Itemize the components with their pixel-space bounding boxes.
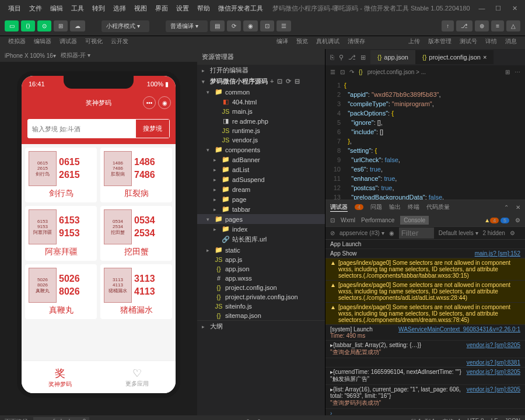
menu-edit[interactable]: 编辑	[47, 2, 66, 15]
cursor-position[interactable]: 行 1, 列 1	[411, 418, 435, 420]
details-btn[interactable]: ≡	[491, 20, 504, 32]
subtab-performance[interactable]: Performance	[361, 217, 394, 223]
menu-tools[interactable]: 工具	[68, 2, 88, 15]
subtab-console[interactable]: Console	[400, 216, 429, 225]
folder-item[interactable]: ▸📁adList	[197, 164, 325, 174]
file-item[interactable]: {}project.private.config.json	[197, 292, 325, 302]
phone-content[interactable]: 06152615剑行鸟06152615剑行鸟14867486肛裂病1486748…	[22, 144, 176, 366]
file-item[interactable]: 🔗站长图库.url	[197, 234, 325, 245]
new-file-icon[interactable]: +	[270, 78, 274, 85]
remote-debug-btn[interactable]: ⊡	[260, 20, 274, 32]
search-button[interactable]: 搜梦境	[135, 119, 170, 138]
page-path[interactable]: pages/index/page0	[33, 417, 90, 420]
new-folder-icon[interactable]: ⊡	[277, 78, 282, 85]
eol-info[interactable]: LF	[491, 418, 498, 420]
tabbar-item-more[interactable]: ♡ 更多应用	[99, 361, 176, 393]
test-account-btn[interactable]: ⊕	[475, 20, 489, 32]
panel-up-icon[interactable]: ⌃	[504, 204, 509, 211]
folder-item[interactable]: ▸📁adSuspend	[197, 174, 325, 184]
compile-btn[interactable]: ⟳	[227, 20, 241, 32]
folder-item[interactable]: ▸📁adBanner	[197, 155, 325, 164]
tab-quality[interactable]: 代码质量	[426, 203, 450, 211]
minimize-icon[interactable]: —	[476, 5, 488, 12]
console-warning[interactable]: ▲[pages/index/page0] Some selectors are …	[326, 258, 525, 281]
dream-card[interactable]: 61539153阿塞拜疆61539153阿塞拜疆	[25, 206, 97, 261]
console-log[interactable]: ▸{list: Array(16), current_page: "1", la…	[326, 385, 525, 409]
encoding-info[interactable]: UTF-8	[467, 418, 484, 420]
compile-select[interactable]: 普通编译 ▾	[166, 20, 208, 32]
menu-settings[interactable]: 设置	[173, 2, 192, 15]
split-icon[interactable]: ⊞	[505, 69, 510, 75]
eye-icon[interactable]: ◉	[389, 230, 394, 236]
tab-app-json[interactable]: {}app.json	[370, 50, 415, 64]
folder-item[interactable]: ▸📁static	[197, 245, 325, 255]
file-item[interactable]: JSvendor.js	[197, 135, 325, 145]
file-item[interactable]: #app.wxss	[197, 274, 325, 283]
menu-interface[interactable]: 界面	[152, 2, 172, 15]
code-editor[interactable]: 12345678910111213 { "appid": "wxd627bb9c…	[326, 78, 525, 200]
clear-console-icon[interactable]: ⊘	[330, 230, 335, 236]
messages-btn[interactable]: △	[506, 20, 520, 32]
console-log[interactable]: ▸{tabbar_list: Array(2), setting: {…}}"查…	[326, 341, 525, 358]
tab-output[interactable]: 输出	[389, 203, 401, 211]
cloud-toggle[interactable]: ☁	[70, 20, 85, 32]
tabbar-item-dream[interactable]: 奖 奖神梦码	[22, 361, 99, 393]
clear-cache-btn[interactable]: ☰	[276, 20, 291, 32]
folder-item[interactable]: ▸📁page	[197, 194, 325, 204]
folder-item[interactable]: ▸📁dream	[197, 184, 325, 194]
dream-card[interactable]: 06152615剑行鸟06152615剑行鸟	[25, 148, 97, 202]
mode-select[interactable]: 小程序模式 ▾	[102, 20, 149, 32]
menu-devtools[interactable]: 微信开发者工具	[215, 2, 267, 15]
panel-close-icon[interactable]: ✕	[516, 204, 520, 211]
maximize-icon[interactable]: ☐	[492, 5, 504, 12]
circle-icon[interactable]: ↷	[349, 69, 354, 75]
menu-file[interactable]: 文件	[26, 2, 46, 15]
console-warning[interactable]: ▲[pages/index/page0] Some selectors are …	[326, 303, 525, 325]
file-item[interactable]: ◧404.html	[197, 97, 325, 107]
menu-help[interactable]: 帮助	[194, 2, 214, 15]
search-input[interactable]	[27, 119, 135, 138]
ext-icon[interactable]: ⊞	[360, 54, 366, 61]
nav-menu-icon[interactable]: •••	[143, 96, 156, 109]
upload-btn[interactable]: ↑	[442, 20, 454, 32]
preview-btn[interactable]: ◉	[243, 20, 258, 32]
folder-item[interactable]: ▸📁tabbar	[197, 204, 325, 214]
simulator-toggle[interactable]: ▭	[5, 20, 19, 32]
console-log[interactable]: [system] LaunchTime: 490 msWAServiceMain…	[326, 325, 525, 341]
refresh-icon[interactable]: ⟳	[286, 78, 291, 85]
file-item[interactable]: JSmain.js	[197, 107, 325, 116]
file-item[interactable]: {}sitemap.json	[197, 311, 325, 320]
collapse-icon[interactable]: ⊟	[295, 78, 300, 85]
bookmark-icon[interactable]: ☰	[330, 69, 335, 75]
console-log[interactable]: ▸{currendTime: 1665996104, nextAdInsertT…	[326, 368, 525, 385]
tab-problems[interactable]: 问题	[370, 203, 382, 211]
menu-select[interactable]: 选择	[110, 2, 130, 15]
folder-item[interactable]: ▸📁index	[197, 224, 325, 234]
save-icon[interactable]: ⊡	[340, 69, 345, 75]
levels-dropdown[interactable]: Default levels ▾	[439, 230, 478, 236]
debugger-toggle[interactable]: ⊙	[37, 20, 51, 32]
subtab-wxml[interactable]: Wxml	[341, 217, 355, 223]
file-item[interactable]: {}project.config.json	[197, 283, 325, 292]
indent-info[interactable]: 空格: 4	[442, 418, 460, 420]
folder-item[interactable]: ▾📁common	[197, 87, 325, 97]
dream-card[interactable]: 14867486肛裂病14867486肛裂病	[100, 148, 172, 202]
gear-icon[interactable]: ⚙	[510, 230, 515, 236]
console-body[interactable]: App LaunchApp Showmain.js? [sm]:152▲[pag…	[326, 240, 525, 415]
dream-card[interactable]: 05342534挖田蟹05342534挖田蟹	[100, 206, 172, 261]
menu-view[interactable]: 视图	[131, 2, 150, 15]
search-icon[interactable]: ⚲	[339, 54, 344, 61]
project-root[interactable]: ▾梦码微信小程序源码 + ⊡ ⟳ ⊟	[197, 76, 325, 87]
file-item[interactable]: ◨re adme.php	[197, 116, 325, 126]
more-icon[interactable]: ⋯	[514, 69, 520, 75]
tab-project-config[interactable]: {}project.config.json ×	[415, 50, 494, 64]
settings-icon[interactable]: ⚙	[515, 217, 520, 223]
simulator-header[interactable]: iPhone X 100% 16 ▾ 模拟器-开 ▾	[0, 49, 197, 62]
menu-project[interactable]: 项目	[5, 2, 24, 15]
file-item[interactable]: {}app.json	[197, 264, 325, 274]
top-dropdown[interactable]: appservice (#3) ▾	[340, 230, 384, 236]
dream-card[interactable]: 31134113猪桶漏水31134113猪桶漏水	[100, 264, 172, 319]
file-item[interactable]: JSsiteinfo.js	[197, 302, 325, 311]
elements-icon[interactable]: ⊡	[330, 217, 335, 223]
file-item[interactable]: JSruntime.js	[197, 126, 325, 135]
